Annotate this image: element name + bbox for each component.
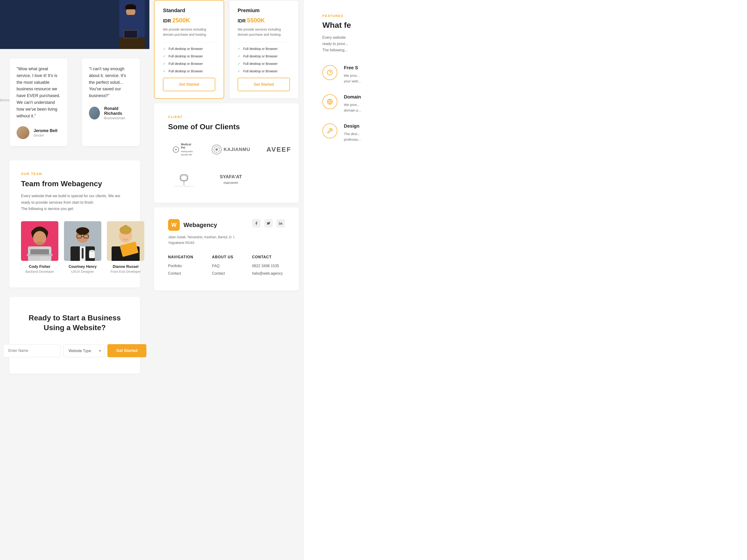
feature-item: ✓ Full desktop or Browser <box>163 54 215 58</box>
footer-nav-contact: CONTACT 0822 3498 1535 halo@web.agency <box>252 255 283 279</box>
feature-item-domain: Domain We prov...domain p... <box>323 94 728 113</box>
check-icon: ✓ <box>238 62 240 65</box>
footer-brand-area: W Webagency Jalan Gatak, Tamantirto, Kas… <box>168 219 243 246</box>
linkedin-icon[interactable] <box>276 219 285 228</box>
client-logo-syafaat: SYAFA'ATmarcomm <box>207 169 255 190</box>
clients-section: CLIENT Some of Our Clients M Medical Pet… <box>154 103 299 203</box>
nav-link-contact-about[interactable]: Contact <box>212 271 233 275</box>
footer-brand-name: Webagency <box>183 221 217 229</box>
footer-top: W Webagency Jalan Gatak, Tamantirto, Kas… <box>168 219 285 246</box>
globe-icon <box>323 94 337 109</box>
nav-link-faq[interactable]: FAQ <box>212 264 233 268</box>
premium-price-amount: 5500K <box>247 17 265 24</box>
testimonial-card-2: "I can't say enough about it. service. I… <box>82 58 140 146</box>
twitter-icon[interactable] <box>264 219 273 228</box>
premium-plan-card: Premium IDR 5500K We provide services in… <box>229 0 299 99</box>
footer-section: W Webagency Jalan Gatak, Tamantirto, Kas… <box>154 208 299 291</box>
feature-desc-design: The desi...professio... <box>344 131 361 142</box>
premium-get-started-btn[interactable]: Get Started <box>238 78 290 91</box>
cta-title: Ready to Start a BusinessUsing a Website… <box>21 313 128 332</box>
member-role-cody: Backend Developer <box>21 270 58 273</box>
footer-brand: W Webagency <box>168 219 243 231</box>
feature-item: ✓ Full desktop or Browser <box>238 62 290 65</box>
check-icon: ✓ <box>238 69 240 73</box>
testimonial-text-2: "I can't say enough about it. service. I… <box>89 65 133 99</box>
standard-plan-price: IDR 2500K <box>163 17 215 24</box>
feature-content-design: Design The desi...professio... <box>344 124 361 142</box>
svg-point-33 <box>215 149 218 151</box>
check-icon: ✓ <box>163 69 166 73</box>
feature-name-domain: Domain <box>344 94 361 100</box>
team-title: Team from Webagency <box>21 180 128 188</box>
website-type-select[interactable]: Website TypeCompany WebsiteE-CommercePor… <box>63 344 105 357</box>
client-logo-medical-pet: M Medical Petsaving every animal's life <box>168 138 200 161</box>
clients-label: CLIENT <box>168 115 285 119</box>
footer-social <box>252 219 285 228</box>
client-logo-leaf: JALAN SUCI PERWAKILAN <box>168 168 200 191</box>
feature-item: ✓ Full desktop or Browser <box>163 62 215 65</box>
feature-item: ✓ Full desktop or Browser <box>238 69 290 73</box>
member-role-dianne: Front End Developer <box>107 270 144 273</box>
testimonial-card-1: "Wow what great service, I love it! It's… <box>9 58 68 146</box>
author-avatar-1 <box>17 126 29 139</box>
check-icon: ✓ <box>163 47 166 51</box>
svg-rect-9 <box>30 249 49 254</box>
member-name-cody: Cody Fisher <box>21 265 58 269</box>
svg-text:JALAN SUCI PERWAKILAN: JALAN SUCI PERWAKILAN <box>175 186 193 186</box>
nav-col-label-contact: CONTACT <box>252 255 283 259</box>
team-member-cody: Cody Fisher Backend Developer <box>21 221 58 273</box>
team-photo-cody <box>21 221 58 261</box>
svg-point-26 <box>123 225 128 231</box>
hero-image: tarted <box>0 0 149 49</box>
nav-link-portfolio[interactable]: Portfolio <box>168 264 193 268</box>
footer-nav: NAVIGATION Portfolio Contact ABOUT US FA… <box>168 255 285 279</box>
below-text: Below <box>0 98 9 102</box>
question-icon <box>323 65 337 80</box>
team-section: OUR TEAM Team from Webagency Every websi… <box>9 160 140 288</box>
name-input[interactable] <box>3 344 60 357</box>
features-label: FEATURES <box>323 14 728 18</box>
premium-plan-name: Premium <box>238 7 290 14</box>
premium-plan-desc: We provide services including domain pur… <box>238 27 290 37</box>
check-icon: ✓ <box>163 54 166 58</box>
member-name-courtney: Courtney Henry <box>64 265 101 269</box>
author-role-1: Doctor <box>34 133 57 137</box>
testimonial-text-1: "Wow what great service, I love it! It's… <box>17 65 60 119</box>
features-desc: Every websiteready to provi...The follow… <box>323 34 728 53</box>
team-member-dianne: Dianne Russel Front End Developer <box>107 221 144 273</box>
get-started-button[interactable]: Get Started <box>107 344 147 357</box>
nav-phone[interactable]: 0822 3498 1535 <box>252 264 283 268</box>
select-wrapper: Website TypeCompany WebsiteE-CommercePor… <box>63 344 105 357</box>
tools-icon <box>323 124 337 138</box>
footer-brand-icon: W <box>168 219 180 231</box>
medical-pet-brand: M Medical Petsaving every animal's life <box>173 143 195 156</box>
standard-plan-desc: We provide services including domain pur… <box>163 27 215 37</box>
cta-section: Ready to Start a BusinessUsing a Website… <box>9 297 140 374</box>
feature-desc-domain: We prov...domain p... <box>344 102 361 113</box>
member-role-courtney: UI/UX Designer <box>64 270 101 273</box>
svg-point-21 <box>89 250 95 252</box>
team-grid: Cody Fisher Backend Developer <box>21 221 128 273</box>
standard-plan-card: Standard IDR 2500K We provide services i… <box>154 0 224 99</box>
nav-link-contact[interactable]: Contact <box>168 271 193 275</box>
features-panel: FEATURES What fe Every websiteready to p… <box>304 0 747 560</box>
svg-point-13 <box>76 227 89 235</box>
nav-col-label-about: ABOUT US <box>212 255 233 259</box>
feature-item: ✓ Full desktop or Browser <box>163 47 215 51</box>
client-logo-kajianmu: KAJIANMU <box>207 140 255 159</box>
client-logo-aveef: AVEEF <box>262 141 296 158</box>
nav-email[interactable]: halo@web.agency <box>252 271 283 275</box>
feature-name-design: Design <box>344 124 361 129</box>
team-label: OUR TEAM <box>21 172 128 176</box>
facebook-icon[interactable] <box>252 219 260 228</box>
syafaat-brand: SYAFA'ATmarcomm <box>220 174 242 185</box>
feature-name-free: Free S <box>344 65 361 71</box>
team-photo-dianne <box>107 221 144 261</box>
team-photo-courtney <box>64 221 101 261</box>
check-icon: ✓ <box>163 62 166 65</box>
footer-nav-navigation: NAVIGATION Portfolio Contact <box>168 255 193 279</box>
standard-get-started-btn[interactable]: Get Started <box>163 78 215 91</box>
cta-form: Website TypeCompany WebsiteE-CommercePor… <box>21 344 128 357</box>
footer-address: Jalan Gatak, Tamantirto, Kasihan, Bantul… <box>168 235 243 246</box>
clients-title: Some of Our Clients <box>168 123 285 131</box>
